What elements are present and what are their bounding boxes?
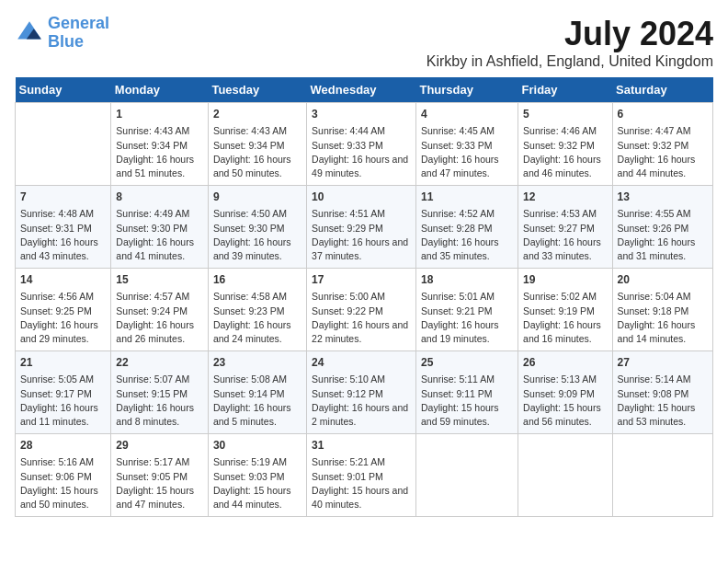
sunrise-text: Sunrise: 5:19 AM [213, 455, 301, 469]
sunrise-text: Sunrise: 5:13 AM [523, 373, 608, 386]
sunrise-text: Sunrise: 5:08 AM [213, 373, 301, 386]
sunset-text: Sunset: 9:14 PM [213, 387, 301, 401]
header-saturday: Saturday [612, 77, 712, 103]
daylight-text: Daylight: 16 hours and 46 minutes. [523, 153, 608, 180]
calendar-cell [415, 434, 518, 517]
header-monday: Monday [111, 77, 209, 103]
day-number: 10 [312, 190, 411, 205]
daylight-text: Daylight: 16 hours and 50 minutes. [213, 153, 301, 180]
calendar-cell: 6Sunrise: 4:47 AMSunset: 9:32 PMDaylight… [612, 103, 712, 186]
day-number: 14 [20, 272, 106, 288]
sunset-text: Sunset: 9:09 PM [523, 387, 608, 401]
header: General Blue July 2024 Kirkby in Ashfiel… [15, 15, 713, 70]
sunrise-text: Sunrise: 5:16 AM [20, 455, 106, 469]
sunset-text: Sunset: 9:23 PM [213, 304, 301, 318]
sunrise-text: Sunrise: 5:10 AM [312, 373, 411, 386]
daylight-text: Daylight: 15 hours and 59 minutes. [421, 401, 513, 429]
calendar-cell: 25Sunrise: 5:11 AMSunset: 9:11 PMDayligh… [415, 351, 518, 434]
sunset-text: Sunset: 9:29 PM [312, 222, 411, 236]
header-sunday: Sunday [16, 77, 111, 103]
day-number: 4 [421, 107, 513, 122]
sunset-text: Sunset: 9:03 PM [213, 470, 301, 484]
sunrise-text: Sunrise: 4:45 AM [421, 124, 513, 138]
day-number: 26 [523, 355, 608, 371]
calendar-cell: 9Sunrise: 4:50 AMSunset: 9:30 PMDaylight… [208, 186, 306, 269]
sunset-text: Sunset: 9:12 PM [312, 387, 411, 401]
day-number: 16 [213, 272, 301, 288]
daylight-text: Daylight: 16 hours and 35 minutes. [421, 236, 513, 263]
header-tuesday: Tuesday [208, 77, 306, 103]
sunrise-text: Sunrise: 4:47 AM [618, 124, 708, 138]
logo-text: General Blue [48, 15, 109, 52]
sunrise-text: Sunrise: 4:53 AM [523, 207, 608, 221]
daylight-text: Daylight: 15 hours and 44 minutes. [213, 484, 301, 511]
sunset-text: Sunset: 9:05 PM [116, 470, 203, 484]
day-number: 7 [20, 190, 106, 205]
day-number: 15 [116, 272, 203, 288]
sunrise-text: Sunrise: 4:50 AM [213, 207, 301, 221]
calendar-cell: 30Sunrise: 5:19 AMSunset: 9:03 PMDayligh… [208, 434, 306, 517]
day-number: 27 [618, 355, 708, 371]
sunrise-text: Sunrise: 4:44 AM [312, 124, 411, 138]
calendar-cell: 26Sunrise: 5:13 AMSunset: 9:09 PMDayligh… [518, 351, 613, 434]
daylight-text: Daylight: 16 hours and 49 minutes. [312, 153, 411, 180]
calendar-cell [16, 103, 111, 186]
daylight-text: Daylight: 16 hours and 19 minutes. [421, 318, 513, 346]
calendar-cell: 8Sunrise: 4:49 AMSunset: 9:30 PMDaylight… [111, 186, 209, 269]
sunset-text: Sunset: 9:28 PM [421, 222, 513, 236]
sunset-text: Sunset: 9:30 PM [116, 222, 203, 236]
sunset-text: Sunset: 9:08 PM [618, 387, 708, 401]
calendar-cell: 12Sunrise: 4:53 AMSunset: 9:27 PMDayligh… [518, 186, 613, 269]
sunset-text: Sunset: 9:32 PM [618, 139, 708, 153]
logo-blue: Blue [48, 32, 84, 51]
day-number: 2 [213, 107, 301, 122]
day-number: 25 [421, 355, 513, 371]
daylight-text: Daylight: 15 hours and 50 minutes. [20, 484, 106, 511]
sunrise-text: Sunrise: 5:21 AM [312, 455, 411, 469]
daylight-text: Daylight: 16 hours and 44 minutes. [618, 153, 708, 180]
sunset-text: Sunset: 9:24 PM [116, 304, 203, 318]
calendar-cell: 24Sunrise: 5:10 AMSunset: 9:12 PMDayligh… [307, 351, 416, 434]
day-number: 5 [523, 107, 608, 122]
week-row-1: 7Sunrise: 4:48 AMSunset: 9:31 PMDaylight… [16, 186, 713, 269]
daylight-text: Daylight: 16 hours and 14 minutes. [618, 318, 708, 346]
calendar-cell: 18Sunrise: 5:01 AMSunset: 9:21 PMDayligh… [415, 269, 518, 351]
sunrise-text: Sunrise: 5:11 AM [421, 373, 513, 386]
daylight-text: Daylight: 16 hours and 11 minutes. [20, 401, 106, 429]
sunrise-text: Sunrise: 4:56 AM [20, 290, 106, 304]
sunset-text: Sunset: 9:21 PM [421, 304, 513, 318]
day-number: 29 [116, 438, 203, 454]
calendar-cell: 11Sunrise: 4:52 AMSunset: 9:28 PMDayligh… [415, 186, 518, 269]
day-number: 19 [523, 272, 608, 288]
day-number: 3 [312, 107, 411, 122]
daylight-text: Daylight: 16 hours and 26 minutes. [116, 318, 203, 346]
day-number: 24 [312, 355, 411, 371]
daylight-text: Daylight: 16 hours and 2 minutes. [312, 401, 411, 429]
daylight-text: Daylight: 16 hours and 41 minutes. [116, 236, 203, 263]
sunrise-text: Sunrise: 5:04 AM [618, 290, 708, 304]
sunset-text: Sunset: 9:11 PM [421, 387, 513, 401]
header-row: SundayMondayTuesdayWednesdayThursdayFrid… [16, 77, 713, 103]
daylight-text: Daylight: 16 hours and 16 minutes. [523, 318, 608, 346]
day-number: 20 [618, 272, 708, 288]
sunrise-text: Sunrise: 4:48 AM [20, 207, 106, 221]
sunrise-text: Sunrise: 4:57 AM [116, 290, 203, 304]
day-number: 13 [618, 190, 708, 205]
sunset-text: Sunset: 9:34 PM [116, 139, 203, 153]
sunrise-text: Sunrise: 5:05 AM [20, 373, 106, 386]
sunset-text: Sunset: 9:06 PM [20, 470, 106, 484]
calendar-cell: 23Sunrise: 5:08 AMSunset: 9:14 PMDayligh… [208, 351, 306, 434]
sunset-text: Sunset: 9:19 PM [523, 304, 608, 318]
day-number: 18 [421, 272, 513, 288]
month-title: July 2024 [427, 15, 713, 53]
sunset-text: Sunset: 9:22 PM [312, 304, 411, 318]
sunrise-text: Sunrise: 5:00 AM [312, 290, 411, 304]
calendar-cell: 31Sunrise: 5:21 AMSunset: 9:01 PMDayligh… [307, 434, 416, 517]
sunrise-text: Sunrise: 4:43 AM [213, 124, 301, 138]
calendar-cell: 10Sunrise: 4:51 AMSunset: 9:29 PMDayligh… [307, 186, 416, 269]
calendar-cell: 20Sunrise: 5:04 AMSunset: 9:18 PMDayligh… [612, 269, 712, 351]
day-number: 11 [421, 190, 513, 205]
day-number: 17 [312, 272, 411, 288]
sunrise-text: Sunrise: 5:17 AM [116, 455, 203, 469]
calendar-cell: 29Sunrise: 5:17 AMSunset: 9:05 PMDayligh… [111, 434, 209, 517]
